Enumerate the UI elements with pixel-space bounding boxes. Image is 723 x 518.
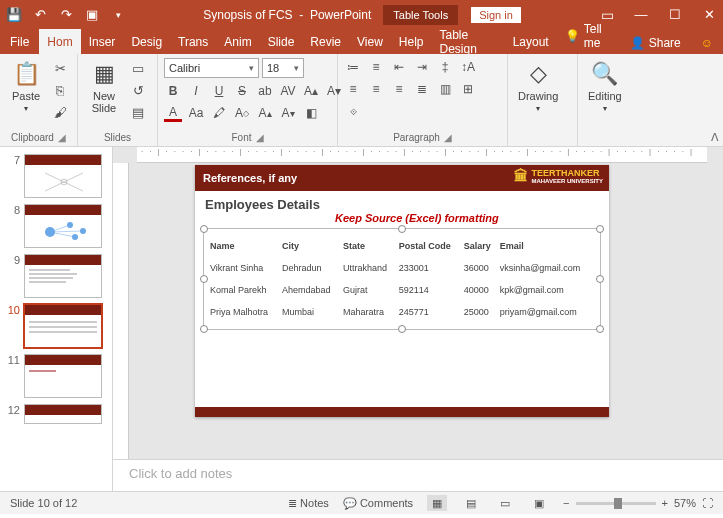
- sorter-view-button[interactable]: ▤: [461, 495, 481, 511]
- columns-button[interactable]: ▥: [436, 80, 454, 98]
- increase-font-button[interactable]: A▴: [256, 104, 274, 122]
- tab-review[interactable]: Revie: [302, 29, 349, 54]
- table-row[interactable]: Priya MalhotraMumbaiMaharatra24577125000…: [208, 301, 596, 323]
- undo-icon[interactable]: ↶: [32, 7, 48, 23]
- shadow-button[interactable]: ab: [256, 82, 274, 100]
- tab-slideshow[interactable]: Slide: [260, 29, 303, 54]
- close-icon[interactable]: ✕: [701, 7, 717, 23]
- tab-layout[interactable]: Layout: [505, 29, 557, 54]
- strike-button[interactable]: S: [233, 82, 251, 100]
- slide-counter[interactable]: Slide 10 of 12: [10, 497, 77, 509]
- align-text-button[interactable]: ⊞: [459, 80, 477, 98]
- reading-view-button[interactable]: ▭: [495, 495, 515, 511]
- zoom-slider[interactable]: [576, 502, 656, 505]
- table-row[interactable]: Vikrant SinhaDehradunUttrakhand233001360…: [208, 257, 596, 279]
- data-table[interactable]: NameCityStatePostal CodeSalaryEmail Vikr…: [208, 235, 596, 323]
- editing-icon: 🔍: [591, 60, 618, 88]
- maximize-icon[interactable]: ☐: [667, 7, 683, 23]
- tab-view[interactable]: View: [349, 29, 391, 54]
- notes-toggle[interactable]: ≣ Notes: [288, 497, 329, 510]
- zoom-level[interactable]: 57%: [674, 497, 696, 509]
- highlight-button[interactable]: 🖍: [210, 104, 228, 122]
- tab-table-design[interactable]: Table Design: [432, 29, 505, 54]
- font-color-button[interactable]: A: [164, 104, 182, 122]
- slide-thumbnails-pane[interactable]: 7 8 9 10 11 12: [0, 147, 113, 491]
- italic-button[interactable]: I: [187, 82, 205, 100]
- horizontal-ruler: ··|····|····|····|····|····|····|····|··…: [137, 147, 707, 163]
- comments-toggle[interactable]: 💬 Comments: [343, 497, 413, 510]
- font-size-combo[interactable]: 18▾: [262, 58, 304, 78]
- table-selection[interactable]: NameCityStatePostal CodeSalaryEmail Vikr…: [203, 228, 601, 330]
- new-slide-button[interactable]: ▦New Slide: [84, 58, 124, 116]
- tab-insert[interactable]: Inser: [81, 29, 124, 54]
- grow-font-button[interactable]: A▴: [302, 82, 320, 100]
- align-right-button[interactable]: ≡: [390, 80, 408, 98]
- notes-pane[interactable]: Click to add notes: [113, 459, 723, 491]
- work-area: 7 8 9 10 11 12 ··|····|····|····|····|··…: [0, 147, 723, 491]
- align-center-button[interactable]: ≡: [367, 80, 385, 98]
- format-painter-button[interactable]: 🖌: [50, 102, 70, 122]
- editing-button[interactable]: 🔍Editing▾: [584, 58, 626, 115]
- document-title: Synopsis of FCS - PowerPoint: [203, 8, 371, 22]
- cut-button[interactable]: ✂: [50, 58, 70, 78]
- tab-help[interactable]: Help: [391, 29, 432, 54]
- tab-home[interactable]: Hom: [39, 29, 80, 54]
- zoom-in-button[interactable]: +: [662, 497, 668, 509]
- line-spacing-button[interactable]: ‡: [436, 58, 454, 76]
- slideshow-view-button[interactable]: ▣: [529, 495, 549, 511]
- justify-button[interactable]: ≣: [413, 80, 431, 98]
- start-slideshow-icon[interactable]: ▣: [84, 7, 100, 23]
- collapse-ribbon-icon[interactable]: ᐱ: [711, 131, 719, 144]
- thumb-7[interactable]: 7: [0, 151, 112, 201]
- clear-format-button[interactable]: A◇: [233, 104, 251, 122]
- sign-in-button[interactable]: Sign in: [470, 6, 522, 24]
- bullets-button[interactable]: ≔: [344, 58, 362, 76]
- tab-design[interactable]: Desig: [123, 29, 170, 54]
- zoom-control[interactable]: − + 57% ⛶: [563, 497, 713, 509]
- thumb-11[interactable]: 11: [0, 351, 112, 401]
- paste-button[interactable]: 📋Paste▾: [6, 58, 46, 115]
- paragraph-launcher-icon[interactable]: ◢: [444, 132, 452, 143]
- align-left-button[interactable]: ≡: [344, 80, 362, 98]
- smartart-button[interactable]: ⟐: [344, 102, 362, 120]
- drawing-button[interactable]: ◇Drawing▾: [514, 58, 562, 115]
- copy-icon: ⎘: [56, 83, 64, 98]
- indent-dec-button[interactable]: ⇤: [390, 58, 408, 76]
- share-button[interactable]: 👤Share: [620, 32, 691, 54]
- section-button[interactable]: ▤: [128, 102, 148, 122]
- qat-dropdown-icon[interactable]: ▾: [110, 7, 126, 23]
- bold-button[interactable]: B: [164, 82, 182, 100]
- fit-window-button[interactable]: ⛶: [702, 497, 713, 509]
- tab-transitions[interactable]: Trans: [170, 29, 216, 54]
- thumb-9[interactable]: 9: [0, 251, 112, 301]
- thumb-8[interactable]: 8: [0, 201, 112, 251]
- change-case-button[interactable]: Aa: [187, 104, 205, 122]
- layout-button[interactable]: ▭: [128, 58, 148, 78]
- redo-icon[interactable]: ↷: [58, 7, 74, 23]
- numbering-button[interactable]: ≡: [367, 58, 385, 76]
- underline-button[interactable]: U: [210, 82, 228, 100]
- reset-button[interactable]: ↺: [128, 80, 148, 100]
- font-name-combo[interactable]: Calibri▾: [164, 58, 259, 78]
- zoom-out-button[interactable]: −: [563, 497, 569, 509]
- thumb-12[interactable]: 12: [0, 401, 112, 427]
- spacing-button[interactable]: AV: [279, 82, 297, 100]
- clear-all-button[interactable]: ◧: [302, 104, 320, 122]
- tab-animations[interactable]: Anim: [216, 29, 259, 54]
- clipboard-launcher-icon[interactable]: ◢: [58, 132, 66, 143]
- slide-canvas[interactable]: ··|····|····|····|····|····|····|····|··…: [113, 147, 723, 459]
- tab-file[interactable]: File: [0, 29, 39, 54]
- slide[interactable]: References, if any 🏛 TEERTHANKERMAHAVEER…: [195, 165, 609, 417]
- font-launcher-icon[interactable]: ◢: [256, 132, 264, 143]
- decrease-font-button[interactable]: A▾: [279, 104, 297, 122]
- thumb-10[interactable]: 10: [0, 301, 112, 351]
- save-icon[interactable]: 💾: [6, 7, 22, 23]
- feedback-button[interactable]: ☺: [691, 32, 723, 54]
- tell-me-search[interactable]: 💡Tell me: [557, 18, 620, 54]
- minimize-icon[interactable]: —: [633, 7, 649, 23]
- table-row[interactable]: Komal ParekhAhemdabadGujrat59211440000kp…: [208, 279, 596, 301]
- copy-button[interactable]: ⎘: [50, 80, 70, 100]
- indent-inc-button[interactable]: ⇥: [413, 58, 431, 76]
- text-direction-button[interactable]: ↕A: [459, 58, 477, 76]
- normal-view-button[interactable]: ▦: [427, 495, 447, 511]
